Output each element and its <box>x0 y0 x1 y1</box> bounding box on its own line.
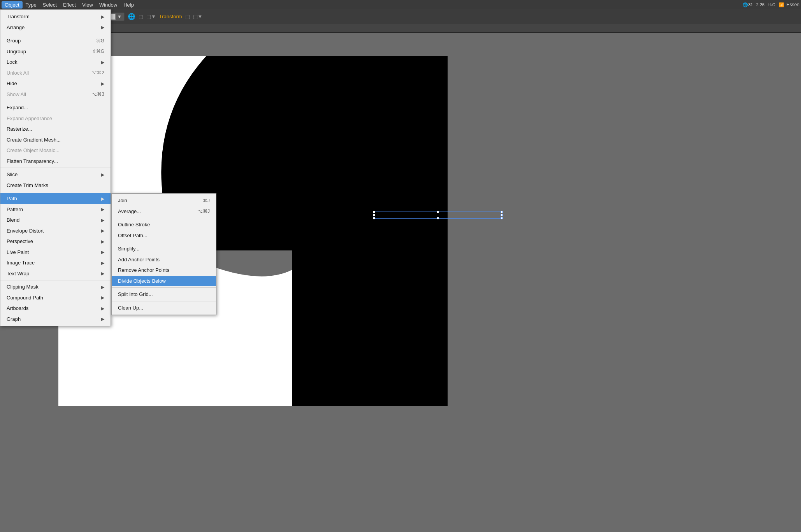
menu-expand-appearance[interactable]: Expand Appearance <box>0 113 111 124</box>
toolbar: Basic ▼ Opacity: 100% ▼ Style: ▼ 🌐 ⬚ ⬚▼ … <box>0 9 801 24</box>
handle-bl <box>373 217 375 219</box>
ungroup-label: Ungroup <box>7 48 26 56</box>
menu-effect[interactable]: Effect <box>60 1 79 9</box>
menu-live-paint[interactable]: Live Paint ▶ <box>0 247 111 258</box>
menu-image-trace[interactable]: Image Trace ▶ <box>0 257 111 268</box>
submenu-simplify[interactable]: Simplify... <box>112 243 216 254</box>
slice-label: Slice <box>7 171 18 178</box>
menu-artboards[interactable]: Artboards ▶ <box>0 303 111 314</box>
menu-rasterize[interactable]: Rasterize... <box>0 124 111 135</box>
perspective-label: Perspective <box>7 238 33 245</box>
network-icon: 🌐31 <box>743 2 753 7</box>
sep2 <box>0 101 111 101</box>
text-wrap-label: Text Wrap <box>7 270 29 278</box>
menu-create-trim-marks[interactable]: Create Trim Marks <box>0 180 111 191</box>
submenu-split-into-grid[interactable]: Split Into Grid... <box>112 289 216 300</box>
menubar: Object Type Select Effect View Window He… <box>0 0 801 9</box>
menu-ungroup[interactable]: Ungroup ⇧⌘G <box>0 46 111 57</box>
text-wrap-arrow: ▶ <box>101 270 104 277</box>
menu-path[interactable]: Path ▶ <box>0 193 111 204</box>
group-shortcut: ⌘G <box>96 37 104 44</box>
menu-arrange[interactable]: Arrange ▶ <box>0 22 111 33</box>
artboards-label: Artboards <box>7 304 28 312</box>
simplify-label: Simplify... <box>118 245 139 253</box>
submenu-add-anchor-points[interactable]: Add Anchor Points <box>112 254 216 265</box>
menu-pattern[interactable]: Pattern ▶ <box>0 204 111 215</box>
handle-tm <box>437 211 439 213</box>
handle-ml <box>373 214 375 216</box>
submenu-offset-path[interactable]: Offset Path... <box>112 230 216 241</box>
add-anchor-points-label: Add Anchor Points <box>118 256 160 264</box>
menu-type[interactable]: Type <box>23 1 40 9</box>
divide-objects-below-label: Divide Objects Below <box>118 277 166 285</box>
menu-perspective[interactable]: Perspective ▶ <box>0 236 111 247</box>
selection-icon: ⬚ <box>139 14 143 19</box>
menu-view[interactable]: View <box>79 1 96 9</box>
envelope-distort-label: Envelope Distort <box>7 227 44 235</box>
hide-arrow: ▶ <box>101 80 104 87</box>
sep5 <box>0 280 111 280</box>
arrange-label: Arrange <box>7 24 25 32</box>
menu-blend[interactable]: Blend ▶ <box>0 215 111 226</box>
average-shortcut: ⌥⌘J <box>197 208 210 215</box>
flatten-transparency-label: Flatten Transparency... <box>7 158 58 165</box>
ungroup-shortcut: ⇧⌘G <box>92 48 104 55</box>
menu-clipping-mask[interactable]: Clipping Mask ▶ <box>0 282 111 292</box>
submenu-average[interactable]: Average... ⌥⌘J <box>112 206 216 217</box>
menubar-right: 🌐31 2:26 H₂O 📶 Essen <box>743 2 799 7</box>
perspective-arrow: ▶ <box>101 238 104 245</box>
split-into-grid-label: Split Into Grid... <box>118 290 153 298</box>
sep4 <box>0 192 111 192</box>
menu-group[interactable]: Group ⌘G <box>0 35 111 46</box>
menu-graph[interactable]: Graph ▶ <box>0 314 111 325</box>
object-dropdown: Transform ▶ Arrange ▶ Group ⌘G Ungroup ⇧… <box>0 9 111 326</box>
menu-object[interactable]: Object <box>2 1 23 9</box>
submenu-clean-up[interactable]: Clean Up... <box>112 303 216 313</box>
sep1 <box>0 34 111 34</box>
menu-show-all[interactable]: Show All ⌥⌘3 <box>0 89 111 100</box>
unlock-all-shortcut: ⌥⌘2 <box>91 69 104 76</box>
menu-help[interactable]: Help <box>120 1 137 9</box>
transform-button[interactable]: Transform <box>159 14 182 19</box>
submenu-remove-anchor-points[interactable]: Remove Anchor Points <box>112 265 216 276</box>
submenu-divide-objects-below[interactable]: Divide Objects Below <box>112 276 216 287</box>
path-submenu-container: Path ▶ Join ⌘J Average... ⌥⌘J Outline St… <box>0 193 111 204</box>
menu-window[interactable]: Window <box>96 1 120 9</box>
live-paint-arrow: ▶ <box>101 249 104 256</box>
handle-tl <box>373 211 375 213</box>
blend-arrow: ▶ <box>101 217 104 224</box>
menu-flatten-transparency[interactable]: Flatten Transparency... <box>0 156 111 167</box>
menu-text-wrap[interactable]: Text Wrap ▶ <box>0 268 111 279</box>
wifi-icon: 📶 <box>779 2 784 7</box>
sep3 <box>0 168 111 168</box>
menu-select[interactable]: Select <box>40 1 60 9</box>
sub-sep3 <box>112 287 216 288</box>
create-object-mosaic-label: Create Object Mosaic... <box>7 147 60 154</box>
show-all-shortcut: ⌥⌘3 <box>91 91 104 98</box>
menu-expand[interactable]: Expand... <box>0 102 111 113</box>
offset-path-label: Offset Path... <box>118 232 148 240</box>
svg-rect-4 <box>292 250 448 406</box>
outline-stroke-label: Outline Stroke <box>118 221 150 229</box>
menu-transform[interactable]: Transform ▶ <box>0 11 111 22</box>
menu-create-gradient-mesh[interactable]: Create Gradient Mesh... <box>0 135 111 145</box>
menu-unlock-all[interactable]: Unlock All ⌥⌘2 <box>0 68 111 79</box>
submenu-join[interactable]: Join ⌘J <box>112 195 216 206</box>
expand-label: Expand... <box>7 104 28 112</box>
menu-envelope-distort[interactable]: Envelope Distort ▶ <box>0 226 111 236</box>
submenu-outline-stroke[interactable]: Outline Stroke <box>112 219 216 230</box>
pattern-arrow: ▶ <box>101 206 104 213</box>
sub-sep1 <box>112 218 216 218</box>
menu-create-object-mosaic[interactable]: Create Object Mosaic... <box>0 145 111 156</box>
menu-lock[interactable]: Lock ▶ <box>0 57 111 68</box>
clipping-mask-arrow: ▶ <box>101 284 104 290</box>
menu-slice[interactable]: Slice ▶ <box>0 169 111 180</box>
menu-hide[interactable]: Hide ▶ <box>0 78 111 89</box>
envelope-distort-arrow: ▶ <box>101 228 104 234</box>
group-label: Group <box>7 37 21 45</box>
menu-compound-path[interactable]: Compound Path ▶ <box>0 292 111 303</box>
essentials-label: Essen <box>787 2 799 7</box>
rasterize-label: Rasterize... <box>7 125 32 133</box>
object-menu: Transform ▶ Arrange ▶ Group ⌘G Ungroup ⇧… <box>0 9 111 326</box>
style-dropdown-icon: ▼ <box>117 14 122 19</box>
